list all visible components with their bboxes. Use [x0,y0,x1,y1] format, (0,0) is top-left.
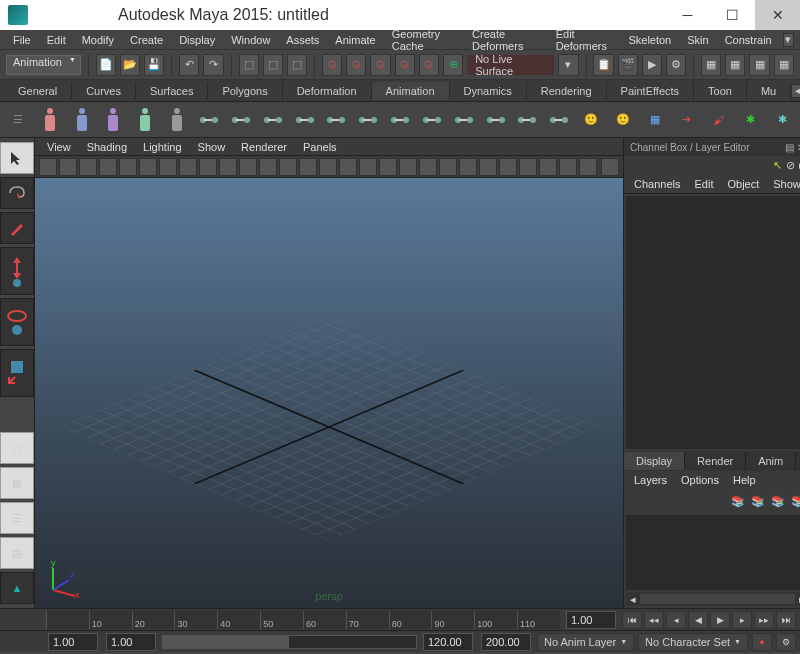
undo-icon[interactable]: ↶ [179,54,199,76]
panel-image-plane-icon[interactable] [99,158,117,176]
layer-menu-help[interactable]: Help [727,472,762,488]
shelf-ik-spline-icon[interactable] [293,106,317,134]
menu-constrain[interactable]: Constrain [718,32,779,48]
layer-menu-options[interactable]: Options [675,472,725,488]
render-settings-icon[interactable]: ⚙ [666,54,686,76]
shelf-insert-joint-icon[interactable] [229,106,253,134]
make-live-icon[interactable]: ⊕ [443,54,463,76]
shelf-scroll-left-icon[interactable]: ◂ [791,84,800,98]
minimize-button[interactable]: ─ [665,0,710,30]
shelf-blend-shape-icon[interactable]: ▦ [643,106,667,134]
live-surface-dropdown-icon[interactable]: ▾ [558,54,578,76]
panel-smooth-shade-icon[interactable] [319,158,337,176]
shelf-custom-rig-icon[interactable] [133,106,157,134]
lasso-tool[interactable] [0,177,34,209]
layer-new-selected-icon[interactable]: 📚 [791,495,800,508]
panel-gate-mask-icon[interactable] [219,158,237,176]
panel-resolution-gate-icon[interactable] [199,158,217,176]
shelf-tab-muscle[interactable]: Mu [747,82,791,100]
panel-layout-1-icon[interactable]: ▦ [701,54,721,76]
select-object-icon[interactable]: ⬚ [263,54,283,76]
panel-field-chart-icon[interactable] [239,158,257,176]
step-back-button[interactable]: ◂ [666,611,686,629]
panel-renderer-icon[interactable] [601,158,619,176]
menu-display[interactable]: Display [172,32,222,48]
step-forward-key-button[interactable]: ▸▸ [754,611,774,629]
shelf-ik-handle-icon[interactable] [261,106,285,134]
shelf-cluster-icon[interactable]: ✱ [738,106,762,134]
menu-skeleton[interactable]: Skeleton [621,32,678,48]
panel-isolate-icon[interactable] [499,158,517,176]
shelf-face-1-icon[interactable]: 🙂 [579,106,603,134]
go-to-end-button[interactable]: ⏭ [776,611,796,629]
auto-key-button[interactable]: ● [752,633,772,651]
paint-select-tool[interactable] [0,212,34,244]
shelf-tab-general[interactable]: General [4,82,72,100]
range-end-inner-field[interactable]: 120.00 [423,633,473,651]
menu-geometry-cache[interactable]: Geometry Cache [385,26,463,54]
rotate-tool[interactable] [0,298,34,346]
panel-film-gate-icon[interactable] [179,158,197,176]
layout-single-icon[interactable]: ▢ [0,432,34,464]
shelf-tab-polygons[interactable]: Polygons [208,82,282,100]
panel-bookmarks-icon[interactable] [79,158,97,176]
channel-sync-icon[interactable]: ⊘ [786,159,795,172]
shelf-connect-joint-icon[interactable] [420,106,444,134]
shelf-toggle-icon[interactable]: ☰ [6,106,30,134]
shelf-skeleton-icon[interactable] [70,106,94,134]
menu-create[interactable]: Create [123,32,170,48]
channel-manip-icon[interactable]: ↖ [773,159,782,172]
shelf-orient-joint-icon[interactable] [356,106,380,134]
shelf-control-rig-icon[interactable] [102,106,126,134]
shelf-smooth-bind-icon[interactable]: ➜ [675,106,699,134]
shelf-tab-toon[interactable]: Toon [694,82,747,100]
channel-box-list[interactable] [626,196,800,449]
panel-menu-renderer[interactable]: Renderer [235,140,293,154]
layer-list[interactable] [626,515,800,590]
panel-layout-4-icon[interactable]: ▦ [774,54,794,76]
layout-outliner-icon[interactable]: ▤ [0,537,34,569]
layout-custom-icon[interactable]: ☰ [0,502,34,534]
shelf-tab-painteffects[interactable]: PaintEffects [607,82,695,100]
layer-scrollbar[interactable]: ◂▸ [626,592,800,606]
panel-gamma-icon[interactable] [579,158,597,176]
shelf-lattice-icon[interactable]: ✱ [770,106,794,134]
panel-grid-icon[interactable] [159,158,177,176]
step-back-key-button[interactable]: ◂◂ [644,611,664,629]
redo-icon[interactable]: ↷ [203,54,223,76]
panel-use-default-mat-icon[interactable] [339,158,357,176]
perspective-viewport[interactable]: y x z persp [35,178,623,608]
new-scene-icon[interactable]: 📄 [96,54,116,76]
shelf-mirror-joint-icon[interactable] [324,106,348,134]
shelf-tab-rendering[interactable]: Rendering [527,82,607,100]
panel-2d-pan-icon[interactable] [119,158,137,176]
shelf-face-2-icon[interactable]: 🙂 [611,106,635,134]
shelf-disconnect-joint-icon[interactable] [452,106,476,134]
snap-live-icon[interactable]: ⊙ [419,54,439,76]
menu-modify[interactable]: Modify [75,32,121,48]
layer-move-up-icon[interactable]: 📚 [731,495,745,508]
panel-motion-blur-icon[interactable] [459,158,477,176]
menu-edit[interactable]: Edit [40,32,73,48]
panel-wireframe-icon[interactable] [299,158,317,176]
panel-anti-alias-icon[interactable] [479,158,497,176]
move-tool[interactable] [0,247,34,295]
play-backward-button[interactable]: ◀ [688,611,708,629]
menu-window[interactable]: Window [224,32,277,48]
menu-assets[interactable]: Assets [279,32,326,48]
panel-menu-view[interactable]: View [41,140,77,154]
workspace-selector[interactable]: Animation [6,55,81,75]
panel-menu-shading[interactable]: Shading [81,140,133,154]
panel-exposure-icon[interactable] [559,158,577,176]
shelf-paint-weights-icon[interactable]: 🖌 [707,106,731,134]
range-track[interactable] [162,635,417,649]
step-forward-button[interactable]: ▸ [732,611,752,629]
panel-close-icon[interactable]: ▤ ✕ [785,142,800,153]
shelf-assume-preferred-icon[interactable] [547,106,571,134]
close-button[interactable]: ✕ [755,0,800,30]
channel-menu-channels[interactable]: Channels [628,176,686,192]
live-surface-field[interactable]: No Live Surface [467,55,554,75]
layer-menu-layers[interactable]: Layers [628,472,673,488]
scale-tool[interactable] [0,349,34,397]
layer-move-down-icon[interactable]: 📚 [751,495,765,508]
